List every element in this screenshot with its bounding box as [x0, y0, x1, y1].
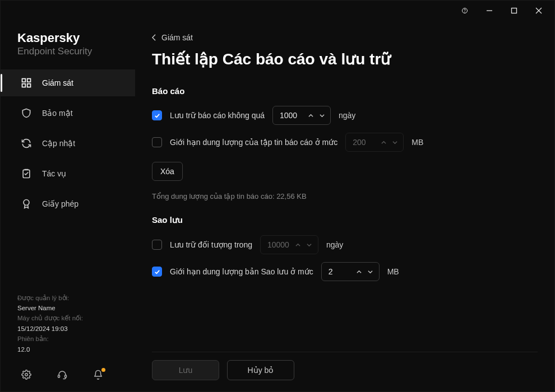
svg-rect-13 — [58, 375, 60, 378]
label-limit-report-size: Giới hạn dung lượng của tập tin báo cáo … — [170, 138, 337, 147]
sidebar-item-label: Tác vụ — [42, 169, 66, 178]
chevron-down-icon[interactable] — [317, 108, 327, 123]
notification-icon[interactable] — [91, 368, 105, 381]
checkbox-limit-backup-size[interactable] — [152, 267, 162, 277]
footer-actions: Lưu Hủy bỏ — [152, 352, 538, 391]
support-icon[interactable] — [55, 368, 69, 381]
shield-icon — [21, 108, 32, 119]
titlebar — [1, 1, 554, 21]
cancel-button[interactable]: Hủy bỏ — [227, 360, 294, 380]
chevron-down-icon — [304, 237, 314, 252]
minimize-icon[interactable] — [477, 2, 502, 19]
help-icon[interactable] — [452, 2, 477, 19]
brand-product: Endpoint Security — [17, 46, 122, 57]
sidebar-item-monitor[interactable]: Giám sát — [1, 69, 135, 96]
chevron-down-icon[interactable] — [366, 264, 376, 279]
chevron-up-icon[interactable] — [354, 264, 364, 279]
sidebar-item-label: Giám sát — [42, 78, 73, 87]
close-icon[interactable] — [526, 2, 551, 19]
stepper-report-size: 200 — [345, 133, 404, 152]
brand-name: Kaspersky — [17, 31, 122, 45]
clipboard-icon — [21, 168, 32, 179]
maximize-icon[interactable] — [502, 2, 526, 19]
unit-days: ngày — [339, 111, 355, 120]
refresh-icon — [21, 138, 32, 149]
unit-mb: MB — [387, 267, 399, 276]
notification-badge — [101, 368, 105, 372]
chevron-left-icon — [152, 34, 156, 41]
server-info: Được quản lý bởi: Server Name Máy chủ đư… — [1, 293, 135, 360]
chevron-up-icon — [293, 237, 303, 252]
label-keep-backup: Lưu trữ đối tượng trong — [170, 240, 252, 249]
svg-rect-8 — [22, 84, 26, 87]
sidebar-item-label: Giấy phép — [42, 199, 78, 208]
chevron-down-icon — [390, 135, 400, 150]
chevron-up-icon — [378, 135, 388, 150]
checkbox-keep-backup[interactable] — [152, 240, 162, 250]
chevron-up-icon[interactable] — [306, 108, 316, 123]
checkbox-limit-report-size[interactable] — [152, 137, 162, 147]
svg-point-11 — [24, 200, 29, 206]
save-button[interactable]: Lưu — [152, 360, 219, 380]
svg-rect-9 — [27, 84, 31, 87]
sidebar-item-update[interactable]: Cập nhật — [1, 130, 135, 157]
svg-rect-3 — [512, 8, 517, 13]
svg-rect-14 — [65, 375, 67, 378]
label-keep-reports: Lưu trữ báo cáo không quá — [170, 111, 265, 120]
license-icon — [21, 198, 32, 209]
checkbox-keep-reports[interactable] — [152, 110, 162, 120]
unit-days: ngày — [326, 240, 343, 249]
brand: Kaspersky Endpoint Security — [1, 27, 135, 68]
sidebar-item-label: Cập nhật — [42, 139, 75, 148]
stepper-report-days[interactable]: 1000 — [272, 106, 331, 125]
main-content: Giám sát Thiết lập Các báo cáo và lưu tr… — [135, 21, 554, 391]
svg-rect-7 — [27, 79, 31, 82]
unit-mb: MB — [411, 138, 423, 147]
settings-icon[interactable] — [20, 368, 33, 381]
label-limit-backup-size: Giới hạn dung lượng bản Sao lưu ở mức — [170, 267, 313, 276]
stepper-backup-size[interactable]: 2 — [321, 262, 380, 281]
monitor-icon — [21, 77, 32, 88]
stepper-backup-days: 10000 — [260, 235, 318, 254]
sidebar-item-label: Bảo mật — [42, 109, 73, 118]
sidebar-item-tasks[interactable]: Tác vụ — [1, 160, 135, 187]
page-title: Thiết lập Các báo cáo và lưu trữ — [152, 50, 538, 68]
sidebar: Kaspersky Endpoint Security Giám sát Bảo… — [1, 21, 135, 391]
sidebar-item-license[interactable]: Giấy phép — [1, 190, 135, 217]
reports-total-size: Tổng dung lượng của tập tin báo cáo: 22,… — [152, 192, 538, 200]
svg-point-1 — [465, 12, 465, 12]
delete-reports-button[interactable]: Xóa — [152, 162, 183, 181]
section-reports-title: Báo cáo — [152, 86, 538, 96]
section-backup-title: Sao lưu — [152, 215, 538, 225]
svg-point-12 — [25, 374, 28, 376]
breadcrumb[interactable]: Giám sát — [152, 33, 538, 42]
breadcrumb-label: Giám sát — [161, 33, 193, 42]
svg-rect-6 — [22, 79, 26, 82]
sidebar-item-security[interactable]: Bảo mật — [1, 100, 135, 127]
